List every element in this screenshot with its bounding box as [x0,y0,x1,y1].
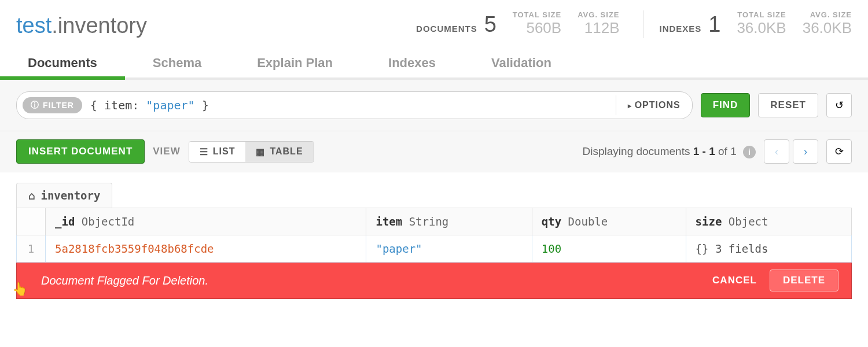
tab-validation[interactable]: Validation [464,47,579,77]
cursor-icon: 👆 [12,282,28,297]
documents-count-block: DOCUMENTS 5 [416,12,496,37]
doc-avg-size: AVG. SIZE 112B [578,10,619,37]
tab-documents[interactable]: Documents [0,47,125,77]
col-item[interactable]: item String [366,208,532,235]
collection-tabs: Documents Schema Explain Plan Indexes Va… [0,47,868,80]
documents-stats: DOCUMENTS 5 TOTAL SIZE 560B AVG. SIZE 11… [416,10,619,38]
col-size[interactable]: size Object [686,208,851,235]
insert-document-button[interactable]: INSERT DOCUMENT [16,139,145,164]
table-row[interactable]: 1 5a2818fcb3559f048b68fcde "paper" 100 {… [17,235,852,263]
row-number: 1 [17,235,46,263]
options-button[interactable]: OPTIONS [616,95,692,115]
database-name: test [16,13,52,38]
documents-label: DOCUMENTS [416,24,477,36]
collection-name: inventory [58,13,147,38]
pager: ‹ › [764,139,818,164]
view-list-button[interactable]: ☰ LIST [189,142,246,162]
cell-size[interactable]: {} 3 fields [686,235,851,263]
view-table-button[interactable]: ▦ TABLE [245,142,313,162]
view-label: VIEW [153,146,180,157]
filter-input[interactable]: FILTER { item: "paper" } OPTIONS [16,91,693,119]
indexes-count-block: INDEXES 1 [660,12,721,37]
table-header-row: _id ObjectId item String qty Double size… [17,208,852,235]
confirm-delete-button[interactable]: DELETE [770,270,838,291]
reset-button[interactable]: RESET [758,93,818,117]
filter-pill: FILTER [23,97,82,113]
delete-message: Document Flagged For Deletion. [30,274,712,287]
col-id[interactable]: _id ObjectId [46,208,366,235]
idx-total-size: TOTAL SIZE 36.0KB [737,10,786,37]
info-icon[interactable]: i [743,146,756,158]
list-icon: ☰ [200,146,208,157]
documents-toolbar: INSERT DOCUMENT VIEW ☰ LIST ▦ TABLE Disp… [0,131,868,172]
col-qty[interactable]: qty Double [532,208,686,235]
chevron-left-icon: ‹ [775,146,778,158]
filter-query[interactable]: { item: "paper" } [82,98,616,112]
documents-count: 5 [480,12,496,36]
collection-header: test.inventory DOCUMENTS 5 TOTAL SIZE 56… [0,0,868,42]
chevron-right-icon: › [804,146,807,158]
doc-total-size: TOTAL SIZE 560B [513,10,561,37]
indexes-count: 1 [704,12,720,36]
cell-item[interactable]: "paper" [366,235,532,263]
home-icon: ⌂ [28,189,35,202]
delete-banner: Document Flagged For Deletion. CANCEL DE… [16,263,852,299]
view-toggle: ☰ LIST ▦ TABLE [189,141,314,163]
namespace-separator: . [52,13,58,38]
refresh-button[interactable]: ⟳ [826,139,852,164]
namespace: test.inventory [16,13,393,38]
displaying-status: Displaying documents 1 - 1 of 1 i [583,145,756,158]
documents-table: _id ObjectId item String qty Double size… [16,208,852,263]
indexes-stats: INDEXES 1 TOTAL SIZE 36.0KB AVG. SIZE 36… [643,10,852,38]
tab-indexes[interactable]: Indexes [361,47,464,77]
cell-id[interactable]: 5a2818fcb3559f048b68fcde [46,235,366,263]
tab-explain-plan[interactable]: Explain Plan [229,47,361,77]
col-rownum [17,208,46,235]
filter-bar: FILTER { item: "paper" } OPTIONS FIND RE… [0,80,868,131]
history-button[interactable]: ↺ [826,93,852,117]
prev-page-button[interactable]: ‹ [764,139,789,164]
breadcrumb-tab[interactable]: ⌂ inventory [16,183,112,208]
next-page-button[interactable]: › [793,139,818,164]
documents-table-wrap: ⌂ inventory _id ObjectId item String qty… [0,172,868,321]
indexes-label: INDEXES [660,24,702,36]
cell-qty[interactable]: 100 [532,235,686,263]
idx-avg-size: AVG. SIZE 36.0KB [803,10,852,37]
history-icon: ↺ [835,99,844,112]
table-icon: ▦ [256,146,265,157]
refresh-icon: ⟳ [835,145,844,158]
cancel-delete-button[interactable]: CANCEL [712,275,757,286]
tab-schema[interactable]: Schema [125,47,229,77]
find-button[interactable]: FIND [701,93,751,117]
